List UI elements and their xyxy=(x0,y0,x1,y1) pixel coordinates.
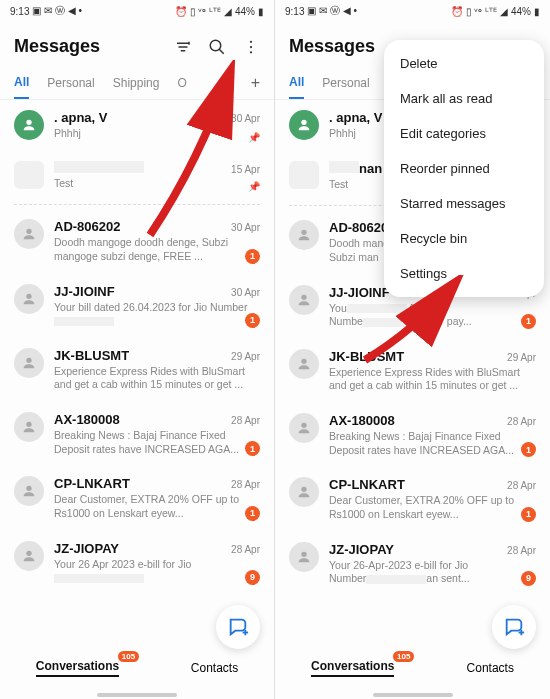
nav-conversations[interactable]: Conversations 105 xyxy=(311,659,394,677)
list-item[interactable]: CP-LNKART28 Apr Dear Customer, EXTRA 20%… xyxy=(0,466,274,530)
avatar xyxy=(14,219,44,249)
item-title: JZ-JIOPAY xyxy=(54,541,119,556)
avatar xyxy=(289,349,319,379)
status-icons-left: ▣ ✉ ⓦ ◀ • xyxy=(307,4,357,18)
unread-badge: 9 xyxy=(245,570,260,585)
status-bar: 9:13 ▣ ✉ ⓦ ◀ • ⏰ ▯ ᵛᵒ ᴸᵀᴱ ◢ 44% ▮ xyxy=(275,0,550,22)
item-title xyxy=(54,161,144,173)
svg-point-15 xyxy=(26,550,31,555)
list-item[interactable]: JJ-JIOINF30 Apr Your bill dated 26.04.20… xyxy=(0,274,274,338)
battery-icon: ▮ xyxy=(258,6,264,17)
compose-fab[interactable] xyxy=(216,605,260,649)
item-date: 30 Apr xyxy=(231,222,260,233)
tab-add[interactable]: + xyxy=(251,74,260,92)
tab-personal[interactable]: Personal xyxy=(322,68,369,98)
search-icon[interactable] xyxy=(208,38,226,56)
svg-point-13 xyxy=(26,422,31,427)
item-date: 15 Apr xyxy=(231,164,260,175)
unread-badge: 9 xyxy=(521,571,536,586)
status-battery: 44% xyxy=(511,6,531,17)
avatar xyxy=(14,476,44,506)
nav-contacts[interactable]: Contacts xyxy=(191,661,238,675)
battery-icon: ▮ xyxy=(534,6,540,17)
status-icons-right: ⏰ ▯ ᵛᵒ ᴸᵀᴱ ◢ xyxy=(175,6,232,17)
item-date: 28 Apr xyxy=(507,480,536,491)
tab-other[interactable]: O xyxy=(177,68,186,98)
list-item[interactable]: JK-BLUSMT29 Apr Experience Express Rides… xyxy=(0,338,274,402)
list-item[interactable]: . apna, V30 Apr Phhhj 📌 xyxy=(0,100,274,151)
status-icons-left: ▣ ✉ ⓦ ◀ • xyxy=(32,4,82,18)
unread-badge: 1 xyxy=(245,313,260,328)
item-snippet: Breaking News : Bajaj Finance Fixed Depo… xyxy=(329,430,536,457)
pin-icon: 📌 xyxy=(248,132,260,143)
tab-all[interactable]: All xyxy=(14,67,29,99)
svg-point-11 xyxy=(26,293,31,298)
svg-point-25 xyxy=(301,551,306,556)
avatar xyxy=(14,110,44,140)
item-snippet: Dear Customer, EXTRA 20% OFF up to Rs100… xyxy=(54,493,260,520)
menu-reorder-pinned[interactable]: Reorder pinned xyxy=(384,151,544,186)
svg-point-10 xyxy=(26,229,31,234)
nav-count: 105 xyxy=(393,651,414,662)
nav-contacts[interactable]: Contacts xyxy=(467,661,514,675)
phone-right: 9:13 ▣ ✉ ⓦ ◀ • ⏰ ▯ ᵛᵒ ᴸᵀᴱ ◢ 44% ▮ Messag… xyxy=(275,0,550,699)
status-time: 9:13 xyxy=(285,6,304,17)
menu-recycle-bin[interactable]: Recycle bin xyxy=(384,221,544,256)
svg-point-4 xyxy=(210,40,221,51)
list-item[interactable]: AX-18000828 Apr Breaking News : Bajaj Fi… xyxy=(275,403,550,467)
conversation-list: . apna, V30 Apr Phhhj 📌 15 Apr Test 📌 AD… xyxy=(0,100,274,595)
item-title: JK-BLUSMT xyxy=(54,348,129,363)
svg-point-22 xyxy=(301,359,306,364)
item-snippet: Phhhj xyxy=(54,127,260,141)
item-title: . apna, V xyxy=(329,110,382,125)
avatar xyxy=(14,284,44,314)
status-battery: 44% xyxy=(235,6,255,17)
page-title: Messages xyxy=(14,36,100,57)
tab-personal[interactable]: Personal xyxy=(47,68,94,98)
divider xyxy=(14,204,260,205)
svg-point-8 xyxy=(250,51,252,53)
svg-point-19 xyxy=(301,120,306,125)
filter-icon[interactable] xyxy=(174,38,192,56)
list-item[interactable]: JK-BLUSMT29 Apr Experience Express Rides… xyxy=(275,339,550,403)
menu-settings[interactable]: Settings xyxy=(384,256,544,291)
item-title: AD-806202 xyxy=(54,219,121,234)
home-indicator xyxy=(97,693,177,697)
item-snippet: Your 26-Apr-2023 e-bill for JioNumberan … xyxy=(329,559,536,586)
more-icon[interactable] xyxy=(242,38,260,56)
list-item[interactable]: AX-18000828 Apr Breaking News : Bajaj Fi… xyxy=(0,402,274,466)
overflow-menu: Delete Mark all as read Edit categories … xyxy=(384,40,544,297)
svg-point-20 xyxy=(301,230,306,235)
menu-mark-read[interactable]: Mark all as read xyxy=(384,81,544,116)
header: Messages xyxy=(0,22,274,67)
item-snippet: Your bill dated 26.04.2023 for Jio Numbe… xyxy=(54,301,260,328)
avatar xyxy=(289,413,319,443)
pin-icon: 📌 xyxy=(248,181,260,192)
status-time: 9:13 xyxy=(10,6,29,17)
menu-delete[interactable]: Delete xyxy=(384,46,544,81)
svg-line-5 xyxy=(219,49,224,54)
compose-fab[interactable] xyxy=(492,605,536,649)
list-item[interactable]: CP-LNKART28 Apr Dear Customer, EXTRA 20%… xyxy=(275,467,550,531)
item-title: AX-180008 xyxy=(54,412,120,427)
item-snippet: Test xyxy=(54,177,260,191)
item-title: CP-LNKART xyxy=(329,477,405,492)
menu-starred[interactable]: Starred messages xyxy=(384,186,544,221)
tab-shipping[interactable]: Shipping xyxy=(113,68,160,98)
nav-conversations[interactable]: Conversations 105 xyxy=(36,659,119,677)
unread-badge: 1 xyxy=(245,506,260,521)
list-item[interactable]: JZ-JIOPAY28 Apr Your 26 Apr 2023 e-bill … xyxy=(0,531,274,595)
item-date: 28 Apr xyxy=(231,479,260,490)
phone-left: 9:13 ▣ ✉ ⓦ ◀ • ⏰ ▯ ᵛᵒ ᴸᵀᴱ ◢ 44% ▮ Messag… xyxy=(0,0,275,699)
menu-edit-categories[interactable]: Edit categories xyxy=(384,116,544,151)
bottom-nav: Conversations 105 Contacts xyxy=(0,651,274,685)
item-title: JK-BLUSMT xyxy=(329,349,404,364)
list-item[interactable]: AD-80620230 Apr Doodh mangoge doodh deng… xyxy=(0,209,274,273)
list-item[interactable]: JZ-JIOPAY28 Apr Your 26-Apr-2023 e-bill … xyxy=(275,532,550,596)
tab-all[interactable]: All xyxy=(289,67,304,99)
status-icons-right: ⏰ ▯ ᵛᵒ ᴸᵀᴱ ◢ xyxy=(451,6,508,17)
list-item[interactable]: 15 Apr Test 📌 xyxy=(0,151,274,201)
home-indicator xyxy=(373,693,453,697)
avatar xyxy=(14,348,44,378)
item-snippet: Dear Customer, EXTRA 20% OFF up to Rs100… xyxy=(329,494,536,521)
